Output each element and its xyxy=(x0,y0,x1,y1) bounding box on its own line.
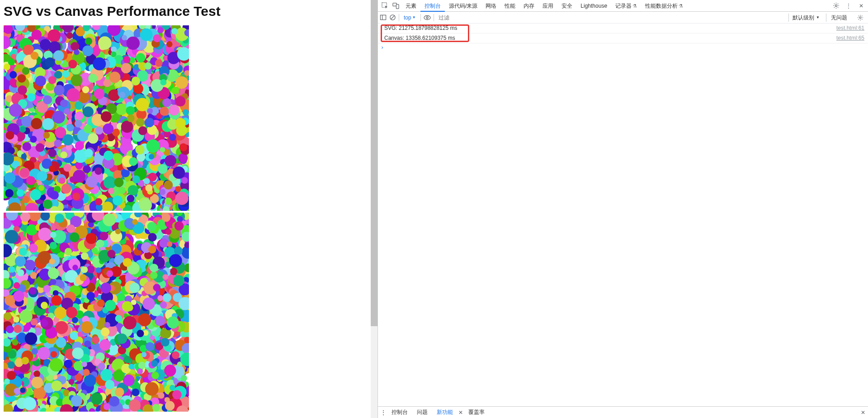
svg-point-9 xyxy=(426,17,428,19)
tab-application[interactable]: 应用 xyxy=(538,0,557,12)
tab-console[interactable]: 控制台 xyxy=(420,0,445,12)
svg-point-10 xyxy=(859,17,861,19)
console-settings-icon[interactable] xyxy=(854,14,866,21)
tab-recorder[interactable]: 记录器⚗ xyxy=(611,0,641,12)
drawer-more-icon[interactable]: ⋮ xyxy=(381,409,386,416)
settings-icon[interactable] xyxy=(831,1,841,11)
flask-icon: ⚗ xyxy=(632,3,637,9)
live-expression-icon[interactable] xyxy=(424,15,431,20)
drawer-tab-whatsnew[interactable]: 新功能 xyxy=(433,408,457,416)
log-message: Canvas: 13358.62109375 ms xyxy=(384,34,836,42)
tab-network[interactable]: 网络 xyxy=(481,0,500,12)
devtools-panel: 元素 控制台 源代码/来源 网络 性能 内存 应用 安全 Lighthouse … xyxy=(377,0,868,418)
drawer-tab-issues[interactable]: 问题 xyxy=(413,408,431,416)
drawer-tab-coverage[interactable]: 覆盖率 xyxy=(465,408,488,416)
more-icon[interactable]: ⋮ xyxy=(844,1,854,11)
page-scrollbar[interactable] xyxy=(371,0,377,418)
log-message: SVG: 21275.18798828125 ms xyxy=(384,24,836,32)
console-log-row: Canvas: 13358.62109375 ms test.html:65 xyxy=(378,33,868,43)
tab-elements[interactable]: 元素 xyxy=(401,0,420,12)
tab-security[interactable]: 安全 xyxy=(557,0,576,12)
tab-perf-insights[interactable]: 性能数据分析⚗ xyxy=(641,0,687,12)
svg-canvas xyxy=(4,25,189,211)
page-pane: SVG vs Canvas Performance Test xyxy=(0,0,371,418)
svg-rect-4 xyxy=(380,15,386,19)
tab-performance[interactable]: 性能 xyxy=(500,0,519,12)
device-toggle-icon[interactable] xyxy=(391,1,401,11)
console-log-row: SVG: 21275.18798828125 ms test.html:61 xyxy=(378,24,868,33)
canvas-canvas xyxy=(4,213,189,412)
close-tab-icon[interactable]: ✕ xyxy=(458,409,463,416)
filter-input[interactable] xyxy=(437,13,786,22)
log-source-link[interactable]: test.html:61 xyxy=(836,24,864,32)
clear-console-icon[interactable] xyxy=(389,14,396,21)
svg-point-3 xyxy=(835,5,837,6)
log-source-link[interactable]: test.html:65 xyxy=(836,34,864,42)
drawer-tabbar: ⋮ 控制台 问题 新功能 ✕ 覆盖率 ✕ xyxy=(378,406,868,418)
issues-badge[interactable]: 无问题 xyxy=(826,14,852,22)
svg-rect-2 xyxy=(396,5,399,9)
console-prompt[interactable]: › xyxy=(378,43,868,52)
tab-lighthouse[interactable]: Lighthouse xyxy=(576,0,611,12)
chevron-down-icon: ▼ xyxy=(412,15,416,19)
svg-line-7 xyxy=(391,16,395,19)
log-level-selector[interactable]: 默认级别▼ xyxy=(788,14,823,22)
console-output: SVG: 21275.18798828125 ms test.html:61 C… xyxy=(378,24,868,406)
console-toolbar: top▼ 默认级别▼ 无问题 xyxy=(378,12,868,24)
context-selector[interactable]: top▼ xyxy=(402,14,418,21)
svg-point-8 xyxy=(424,15,430,19)
close-drawer-icon[interactable]: ✕ xyxy=(861,409,865,416)
inspect-icon[interactable] xyxy=(380,1,390,11)
tab-memory[interactable]: 内存 xyxy=(519,0,538,12)
devtools-tabbar: 元素 控制台 源代码/来源 网络 性能 内存 应用 安全 Lighthouse … xyxy=(378,0,868,12)
flask-icon: ⚗ xyxy=(679,3,683,9)
sidebar-toggle-icon[interactable] xyxy=(380,14,387,21)
page-title: SVG vs Canvas Performance Test xyxy=(4,4,367,19)
drawer-tab-console[interactable]: 控制台 xyxy=(388,408,411,416)
tab-sources[interactable]: 源代码/来源 xyxy=(445,0,481,12)
close-devtools-icon[interactable]: ✕ xyxy=(856,1,866,11)
